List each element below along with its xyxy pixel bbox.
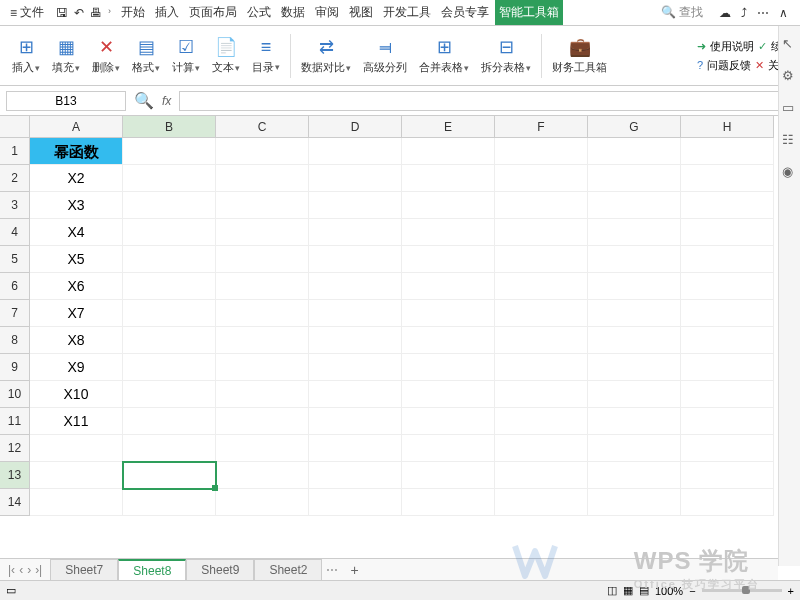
- row-header-8[interactable]: 8: [0, 327, 30, 354]
- cell-A14[interactable]: [30, 489, 123, 516]
- cell-B14[interactable]: [123, 489, 216, 516]
- cell-G11[interactable]: [588, 408, 681, 435]
- view-page-icon[interactable]: ▦: [623, 584, 633, 597]
- cell-A1[interactable]: 幂函数: [30, 138, 123, 165]
- cell-G1[interactable]: [588, 138, 681, 165]
- feedback-link[interactable]: ?问题反馈 ✕关闭: [697, 58, 790, 73]
- cell-A3[interactable]: X3: [30, 192, 123, 219]
- sheet-tab-active[interactable]: Sheet8: [118, 559, 186, 581]
- cell-E13[interactable]: [402, 462, 495, 489]
- cell-C1[interactable]: [216, 138, 309, 165]
- ribbon-delete[interactable]: ✕删除▾: [86, 26, 126, 85]
- view-normal-icon[interactable]: ◫: [607, 584, 617, 597]
- cell-C4[interactable]: [216, 219, 309, 246]
- cell-H13[interactable]: [681, 462, 774, 489]
- cell-G5[interactable]: [588, 246, 681, 273]
- save-icon[interactable]: 🖫: [56, 6, 68, 20]
- ribbon-split[interactable]: ⊟拆分表格▾: [475, 26, 537, 85]
- cell-D14[interactable]: [309, 489, 402, 516]
- tab-data[interactable]: 数据: [277, 0, 309, 25]
- cell-B5[interactable]: [123, 246, 216, 273]
- cell-D5[interactable]: [309, 246, 402, 273]
- cell-G2[interactable]: [588, 165, 681, 192]
- row-header-13[interactable]: 13: [0, 462, 30, 489]
- row-header-2[interactable]: 2: [0, 165, 30, 192]
- cell-F2[interactable]: [495, 165, 588, 192]
- cell-F3[interactable]: [495, 192, 588, 219]
- tab-dev[interactable]: 开发工具: [379, 0, 435, 25]
- cell-B3[interactable]: [123, 192, 216, 219]
- cell-C3[interactable]: [216, 192, 309, 219]
- zoom-out-icon[interactable]: −: [689, 585, 695, 597]
- next-sheet-icon[interactable]: ›: [27, 563, 31, 577]
- ribbon-insert[interactable]: ⊞插入▾: [6, 26, 46, 85]
- cell-B11[interactable]: [123, 408, 216, 435]
- search-box[interactable]: 🔍 查找: [653, 4, 711, 21]
- cell-G9[interactable]: [588, 354, 681, 381]
- cell-A8[interactable]: X8: [30, 327, 123, 354]
- cell-D3[interactable]: [309, 192, 402, 219]
- cell-F5[interactable]: [495, 246, 588, 273]
- cell-G4[interactable]: [588, 219, 681, 246]
- sheet-tab[interactable]: Sheet7: [50, 559, 118, 580]
- cell-F6[interactable]: [495, 273, 588, 300]
- cell-B2[interactable]: [123, 165, 216, 192]
- cell-A9[interactable]: X9: [30, 354, 123, 381]
- cell-B7[interactable]: [123, 300, 216, 327]
- col-header-E[interactable]: E: [402, 116, 495, 138]
- help-link[interactable]: ➜使用说明 ✓续: [697, 39, 790, 54]
- cell-D8[interactable]: [309, 327, 402, 354]
- cell-B10[interactable]: [123, 381, 216, 408]
- cell-D7[interactable]: [309, 300, 402, 327]
- cell-A6[interactable]: X6: [30, 273, 123, 300]
- cell-A2[interactable]: X2: [30, 165, 123, 192]
- cell-H8[interactable]: [681, 327, 774, 354]
- cell-G6[interactable]: [588, 273, 681, 300]
- cell-B6[interactable]: [123, 273, 216, 300]
- cell-A11[interactable]: X11: [30, 408, 123, 435]
- cell-C12[interactable]: [216, 435, 309, 462]
- cursor-icon[interactable]: ↖: [782, 36, 798, 52]
- cell-B13[interactable]: [123, 462, 216, 489]
- select-all-corner[interactable]: [0, 116, 30, 138]
- file-menu[interactable]: ≡ 文件: [4, 4, 50, 21]
- ribbon-merge[interactable]: ⊞合并表格▾: [413, 26, 475, 85]
- col-header-C[interactable]: C: [216, 116, 309, 138]
- tab-formula[interactable]: 公式: [243, 0, 275, 25]
- zoom-in-icon[interactable]: +: [788, 585, 794, 597]
- last-sheet-icon[interactable]: ›|: [35, 563, 42, 577]
- cell-F13[interactable]: [495, 462, 588, 489]
- ribbon-toc[interactable]: ≡目录▾: [246, 26, 286, 85]
- cell-D11[interactable]: [309, 408, 402, 435]
- cell-D12[interactable]: [309, 435, 402, 462]
- cell-F7[interactable]: [495, 300, 588, 327]
- cell-H2[interactable]: [681, 165, 774, 192]
- prev-sheet-icon[interactable]: ‹: [19, 563, 23, 577]
- zoom-value[interactable]: 100%: [655, 585, 683, 597]
- settings-icon[interactable]: ⚙: [782, 68, 798, 84]
- cell-C13[interactable]: [216, 462, 309, 489]
- row-header-6[interactable]: 6: [0, 273, 30, 300]
- cell-A13[interactable]: [30, 462, 123, 489]
- ribbon-fill[interactable]: ▦填充▾: [46, 26, 86, 85]
- cell-H9[interactable]: [681, 354, 774, 381]
- cell-H4[interactable]: [681, 219, 774, 246]
- cell-H5[interactable]: [681, 246, 774, 273]
- row-header-9[interactable]: 9: [0, 354, 30, 381]
- panel-icon[interactable]: ▭: [782, 100, 798, 116]
- cell-H3[interactable]: [681, 192, 774, 219]
- tab-view[interactable]: 视图: [345, 0, 377, 25]
- row-header-3[interactable]: 3: [0, 192, 30, 219]
- cell-F11[interactable]: [495, 408, 588, 435]
- cell-F8[interactable]: [495, 327, 588, 354]
- ribbon-calc[interactable]: ☑计算▾: [166, 26, 206, 85]
- cell-G14[interactable]: [588, 489, 681, 516]
- cell-E2[interactable]: [402, 165, 495, 192]
- cell-B1[interactable]: [123, 138, 216, 165]
- col-header-F[interactable]: F: [495, 116, 588, 138]
- chevron-up-icon[interactable]: ∧: [779, 6, 788, 20]
- ribbon-split-col[interactable]: ⫤高级分列: [357, 26, 413, 85]
- cell-H1[interactable]: [681, 138, 774, 165]
- cell-G10[interactable]: [588, 381, 681, 408]
- cell-C14[interactable]: [216, 489, 309, 516]
